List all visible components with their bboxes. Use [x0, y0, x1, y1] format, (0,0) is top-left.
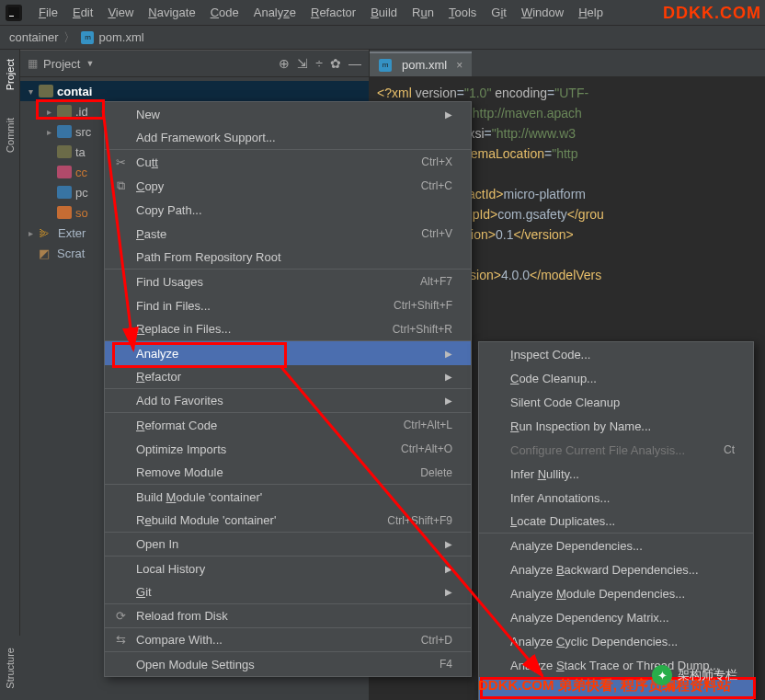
menu-item-label: New: [136, 108, 160, 121]
menu-view[interactable]: View: [100, 4, 141, 21]
menu-item-label: Analyze Dependencies...: [510, 539, 643, 553]
menu-tools[interactable]: Tools: [441, 4, 484, 21]
menu-item[interactable]: PasteCtrl+V: [105, 222, 471, 246]
submenu-arrow-icon: ▶: [445, 396, 452, 406]
hide-icon[interactable]: —: [348, 56, 361, 71]
menu-item[interactable]: Rebuild Module 'container'Ctrl+Shift+F9: [105, 509, 471, 533]
chevron-down-icon[interactable]: ▾: [26, 86, 35, 97]
submenu-arrow-icon: ▶: [445, 539, 452, 549]
menu-item[interactable]: Infer Nullity...: [479, 462, 753, 486]
analyze-submenu: Inspect Code...Code Cleanup...Silent Cod…: [478, 341, 754, 700]
menu-item[interactable]: Analyze▶: [105, 341, 471, 365]
menu-item-icon: ⟳: [112, 609, 129, 623]
crumb-container[interactable]: container: [9, 30, 58, 44]
menu-item[interactable]: Refactor▶: [105, 365, 471, 389]
folder-icon: [57, 105, 72, 118]
menu-item[interactable]: Analyze Cyclic Dependencies...: [479, 629, 753, 653]
menu-window[interactable]: Window: [514, 4, 571, 21]
menu-item-label: Inspect Code...: [510, 348, 590, 361]
menu-item[interactable]: Git▶: [105, 580, 471, 604]
editor-tabbar: m pom.xml ×: [370, 50, 765, 77]
menu-help[interactable]: Help: [571, 4, 611, 21]
editor-tab-pomxml[interactable]: m pom.xml ×: [370, 52, 472, 76]
svg-rect-0: [8, 7, 19, 18]
menu-item-label: Add Framework Support...: [136, 131, 276, 144]
menu-item[interactable]: Replace in Files...Ctrl+Shift+R: [105, 317, 471, 341]
locate-icon[interactable]: ⊕: [279, 56, 290, 71]
menu-item[interactable]: Build Module 'container': [105, 485, 471, 509]
submenu-arrow-icon: ▶: [445, 587, 452, 597]
expand-icon[interactable]: ⇲: [297, 56, 308, 71]
menu-item[interactable]: Analyze Dependency Matrix...: [479, 605, 753, 629]
crumb-pomxml[interactable]: pom.xml: [98, 30, 143, 44]
menu-file[interactable]: File: [31, 4, 65, 21]
menu-item[interactable]: Silent Code Cleanup: [479, 390, 753, 414]
menu-item[interactable]: Reformat CodeCtrl+Alt+L: [105, 413, 471, 437]
menu-item-icon: ⇆: [112, 633, 129, 647]
menu-item[interactable]: Optimize ImportsCtrl+Alt+O: [105, 437, 471, 461]
menu-item[interactable]: Add Framework Support...: [105, 126, 471, 150]
menu-item[interactable]: Inspect Code...: [479, 342, 753, 366]
project-panel-title[interactable]: Project: [43, 57, 80, 71]
menu-item[interactable]: ⟳Reload from Disk: [105, 604, 471, 628]
menu-run[interactable]: Run: [405, 4, 441, 21]
menu-item[interactable]: ✂CuttCtrl+X: [105, 150, 471, 174]
source-folder-icon: [57, 125, 72, 138]
menu-item[interactable]: Analyze Dependencies...: [479, 534, 753, 557]
menu-item-label: Build Module 'container': [136, 490, 262, 504]
dropdown-icon[interactable]: ▼: [86, 59, 94, 68]
menu-item[interactable]: Remove ModuleDelete: [105, 461, 471, 485]
toolwindow-commit-tab[interactable]: Commit: [5, 118, 16, 153]
menu-item[interactable]: New▶: [105, 102, 471, 126]
menu-item-label: Analyze: [136, 347, 178, 361]
menu-item-label: Find Usages: [136, 275, 203, 289]
menu-item-shortcut: Ctrl+Shift+F9: [387, 514, 452, 527]
menu-item[interactable]: Locate Duplicates...: [479, 510, 753, 534]
submenu-arrow-icon: ▶: [445, 372, 452, 382]
settings-icon[interactable]: ✿: [330, 56, 341, 71]
toolwindow-structure-tab[interactable]: Structure: [5, 648, 16, 689]
breadcrumb: container 〉 m pom.xml: [0, 26, 765, 50]
menu-item[interactable]: Run Inspection by Name...: [479, 414, 753, 438]
menu-item-shortcut: Ctrl+Shift+F: [394, 299, 452, 312]
menu-item[interactable]: Open In▶: [105, 533, 471, 557]
menu-item-shortcut: Ctrl+V: [421, 227, 452, 240]
menu-item[interactable]: ⧉CopyCtrl+C: [105, 174, 471, 198]
menu-item-label: Run Inspection by Name...: [510, 419, 651, 433]
menu-item-label: Code Cleanup...: [510, 372, 597, 385]
menu-item-label: Analyze Module Dependencies...: [510, 587, 685, 601]
menu-item-label: Compare With...: [136, 633, 223, 647]
menu-item: Configure Current File Analysis...Ct: [479, 438, 753, 462]
folder-icon: [57, 145, 72, 158]
menu-item[interactable]: Local History▶: [105, 557, 471, 580]
collapse-icon[interactable]: ÷: [315, 56, 323, 71]
menu-item[interactable]: Code Cleanup...: [479, 366, 753, 390]
menu-item[interactable]: Open Module SettingsF4: [105, 652, 471, 676]
menu-edit[interactable]: Edit: [65, 4, 100, 21]
menu-refactor[interactable]: Refactor: [303, 4, 363, 21]
menu-item[interactable]: Find UsagesAlt+F7: [105, 270, 471, 293]
toolwindow-project-tab[interactable]: Project: [5, 59, 16, 90]
menu-item[interactable]: Add to Favorites▶: [105, 389, 471, 413]
menu-item[interactable]: ⇆Compare With...Ctrl+D: [105, 628, 471, 652]
menu-item[interactable]: Analyze Module Dependencies...: [479, 581, 753, 605]
menu-build[interactable]: Build: [363, 4, 405, 21]
menu-item-shortcut: Alt+F7: [420, 275, 452, 288]
menu-navigate[interactable]: Navigate: [141, 4, 202, 21]
menu-item[interactable]: Path From Repository Root: [105, 246, 471, 270]
svg-rect-1: [9, 16, 14, 17]
menu-analyze[interactable]: Analyze: [246, 4, 303, 21]
menu-item-label: Optimize Imports: [136, 442, 226, 456]
menu-code[interactable]: Code: [203, 4, 246, 21]
menu-item[interactable]: Infer Annotations...: [479, 486, 753, 510]
menu-item[interactable]: Analyze Backward Dependencies...: [479, 557, 753, 581]
menu-git[interactable]: Git: [484, 4, 514, 21]
menu-item-shortcut: Ctrl+D: [421, 634, 452, 647]
menu-item[interactable]: Find in Files...Ctrl+Shift+F: [105, 293, 471, 317]
close-icon[interactable]: ×: [456, 59, 462, 72]
menu-item-shortcut: Ct: [724, 443, 735, 456]
menu-item[interactable]: Copy Path...: [105, 198, 471, 222]
menu-item-label: Path From Repository Root: [136, 250, 281, 264]
tree-root[interactable]: ▾ contai: [20, 81, 369, 101]
menu-item-shortcut: Ctrl+C: [421, 179, 452, 192]
